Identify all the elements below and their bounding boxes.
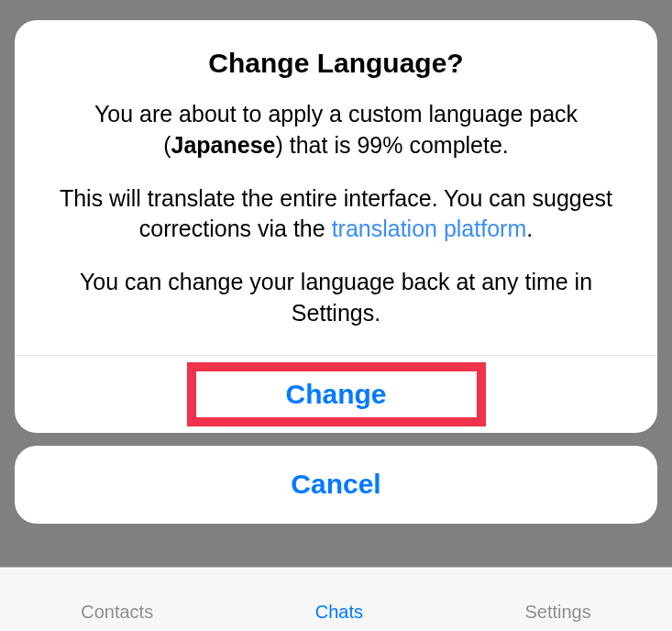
para2-post: . [526,216,533,241]
translation-platform-link[interactable]: translation platform [332,216,527,241]
alert-paragraph-3: You can change your language back at any… [37,267,635,329]
alert-paragraph-2: This will translate the entire interface… [37,183,635,246]
body-post-lang: ) that is [275,132,357,158]
alert-body: You are about to apply a custom language… [37,99,635,329]
alert-content: Change Language? You are about to apply … [15,20,657,355]
modal-overlay: Change Language? You are about to apply … [0,0,672,631]
body-complete: complete. [402,132,508,158]
alert-title: Change Language? [37,48,635,79]
language-name: Japanese [171,132,276,158]
cancel-button-card[interactable]: Cancel [15,446,657,524]
cancel-button[interactable]: Cancel [291,469,380,500]
change-button[interactable]: Change [248,370,423,419]
change-button-row[interactable]: Change [15,355,657,433]
completion-percent: 99% [357,132,402,158]
alert-dialog: Change Language? You are about to apply … [15,20,657,433]
alert-paragraph-1: You are about to apply a custom language… [37,99,635,161]
